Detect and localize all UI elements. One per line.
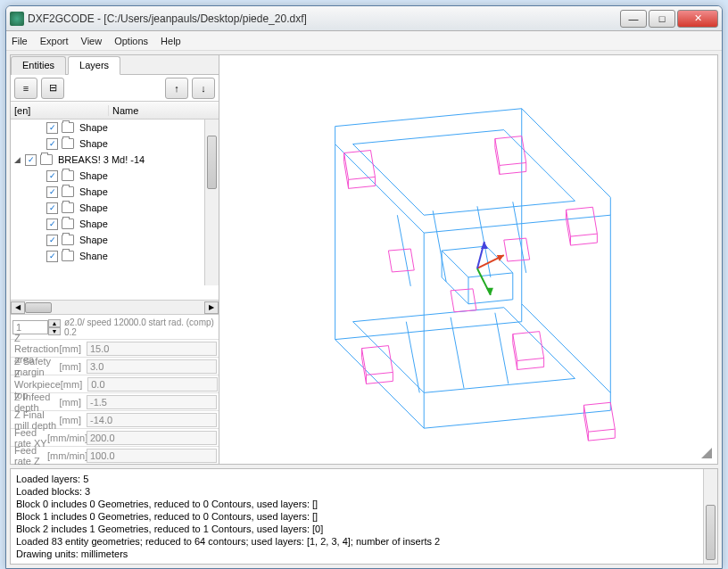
menu-file[interactable]: File: [12, 36, 28, 46]
visibility-checkbox[interactable]: ✓: [46, 186, 58, 198]
axis-gizmo: [477, 242, 504, 295]
minimize-button[interactable]: —: [620, 10, 647, 28]
param-input[interactable]: [87, 431, 217, 445]
visibility-checkbox[interactable]: ✓: [46, 202, 58, 214]
collapse-all-button[interactable]: ≡: [14, 78, 37, 99]
menu-help[interactable]: Help: [161, 36, 181, 46]
param-input[interactable]: [87, 449, 217, 463]
folder-icon: [62, 251, 74, 261]
app-window: DXF2GCODE - [C:/Users/jeanpauls/Desktop/…: [5, 5, 723, 569]
param-unit: [mm]: [60, 343, 85, 354]
param-unit: [mm]: [61, 379, 86, 390]
viewport[interactable]: [219, 55, 717, 464]
titlebar[interactable]: DXF2GCODE - [C:/Users/jeanpauls/Desktop/…: [6, 6, 722, 31]
folder-icon: [62, 235, 74, 245]
folder-icon: [62, 219, 74, 229]
param-row: Feed rate XY[mm/min]: [11, 428, 219, 446]
tab-layers[interactable]: Layers: [68, 56, 120, 75]
console-line: Block 2 includes 1 Geometries, reduced t…: [16, 523, 712, 535]
visibility-checkbox[interactable]: ✓: [25, 154, 37, 166]
tree-item-label: Shape: [79, 202, 219, 213]
visibility-checkbox[interactable]: ✓: [46, 251, 58, 262]
tree-row[interactable]: ◢✓BREAKS! 3 Md! -14: [11, 152, 219, 168]
console-scrollbar[interactable]: [703, 469, 717, 564]
tab-bar: Entities Layers: [11, 55, 219, 75]
tree-row[interactable]: ✓Shane: [11, 248, 219, 264]
move-down-button[interactable]: ↓: [192, 78, 215, 99]
console-line: Loaded layers: 5: [16, 473, 712, 485]
tree-item-label: Shape: [79, 122, 219, 133]
main-content: Entities Layers ≡ ⊟ ↑ ↓ [en] Name ✓Shape…: [10, 54, 718, 465]
tree-row[interactable]: ✓Shape: [11, 168, 219, 184]
visibility-checkbox[interactable]: ✓: [46, 122, 58, 134]
svg-line-3: [513, 202, 526, 273]
tree-row[interactable]: ✓Shape: [11, 184, 219, 200]
expand-all-button[interactable]: ⊟: [41, 78, 64, 99]
param-unit: [mm]: [60, 361, 85, 372]
app-icon: [10, 12, 24, 26]
visibility-checkbox[interactable]: ✓: [46, 235, 58, 246]
param-input[interactable]: [87, 377, 218, 392]
param-input[interactable]: [87, 342, 217, 356]
console-line: Block 1 includes 0 Geometries, reduced t…: [16, 510, 712, 523]
param-unit: [mm/min]: [47, 433, 85, 443]
tree-col-en[interactable]: [en]: [11, 105, 109, 116]
tree-item-label: Shane: [79, 251, 219, 261]
tree-item-label: Shape: [79, 138, 219, 149]
console-line: Loaded blocks: 3: [16, 485, 712, 498]
tree-item-label: Shape: [79, 219, 219, 229]
svg-line-0: [397, 215, 410, 286]
menu-options[interactable]: Options: [114, 36, 148, 46]
tool-description: ø2.0/ speed 12000.0 start rad. (comp) 0.…: [61, 317, 217, 337]
param-unit: [mm/min]: [47, 450, 85, 461]
param-input[interactable]: [87, 413, 217, 427]
tree-header: [en] Name: [11, 102, 219, 120]
tree-row[interactable]: ✓Shape: [11, 136, 219, 152]
menubar: File Export View Options Help: [6, 31, 722, 51]
folder-icon: [62, 170, 74, 181]
move-up-button[interactable]: ↑: [165, 78, 188, 99]
expand-icon[interactable]: ◢: [14, 155, 25, 164]
folder-icon: [62, 202, 74, 213]
tree-row[interactable]: ✓Shape: [11, 232, 219, 248]
tree-row[interactable]: ✓Shape: [11, 200, 219, 216]
tree-row[interactable]: ✓Shape: [11, 120, 219, 136]
close-button[interactable]: ✕: [677, 10, 718, 28]
param-unit: [mm]: [60, 415, 85, 425]
tree-scrollbar-v[interactable]: [204, 120, 219, 285]
folder-icon: [62, 138, 74, 149]
tree-row[interactable]: ✓Shape: [11, 216, 219, 232]
menu-view[interactable]: View: [81, 36, 103, 46]
visibility-checkbox[interactable]: ✓: [46, 219, 58, 230]
folder-icon: [62, 122, 74, 133]
console[interactable]: Loaded layers: 5Loaded blocks: 3Block 0 …: [10, 468, 718, 565]
visibility-checkbox[interactable]: ✓: [46, 138, 58, 150]
drawing-canvas[interactable]: [219, 55, 717, 464]
window-title: DXF2GCODE - [C:/Users/jeanpauls/Desktop/…: [28, 12, 620, 25]
maximize-button[interactable]: □: [649, 10, 675, 28]
svg-line-1: [433, 210, 446, 282]
tree-body: ✓Shape✓Shape◢✓BREAKS! 3 Md! -14✓Shape✓Sh…: [11, 120, 219, 300]
layer-toolbar: ≡ ⊟ ↑ ↓: [11, 75, 219, 102]
param-row: Feed rate Z[mm/min]: [11, 446, 219, 464]
folder-icon: [40, 154, 53, 165]
tree-item-label: Shape: [79, 186, 219, 197]
tab-entities[interactable]: Entities: [11, 56, 66, 75]
tree-item-label: Shape: [79, 170, 219, 181]
visibility-checkbox[interactable]: ✓: [46, 170, 58, 182]
param-input[interactable]: [87, 359, 217, 374]
tree-col-name[interactable]: Name: [109, 105, 219, 116]
tree-scrollbar-h[interactable]: ◀▶: [11, 300, 219, 314]
menu-export[interactable]: Export: [40, 36, 69, 46]
param-label: Feed rate Z: [11, 445, 47, 466]
svg-marker-10: [481, 242, 488, 249]
console-line: Loaded 83 entity geometries; reduced to …: [16, 535, 712, 548]
left-panel: Entities Layers ≡ ⊟ ↑ ↓ [en] Name ✓Shape…: [11, 55, 219, 464]
console-line: Drawing units: millimeters: [16, 548, 712, 560]
param-input[interactable]: [87, 395, 217, 409]
console-line: Block 0 includes 0 Geometries, reduced t…: [16, 498, 712, 510]
param-row: Z Retraction area[mm]: [11, 339, 219, 357]
resize-handle[interactable]: [699, 446, 712, 458]
folder-icon: [62, 186, 74, 197]
param-row: Z Infeed depth[mm]: [11, 392, 219, 410]
